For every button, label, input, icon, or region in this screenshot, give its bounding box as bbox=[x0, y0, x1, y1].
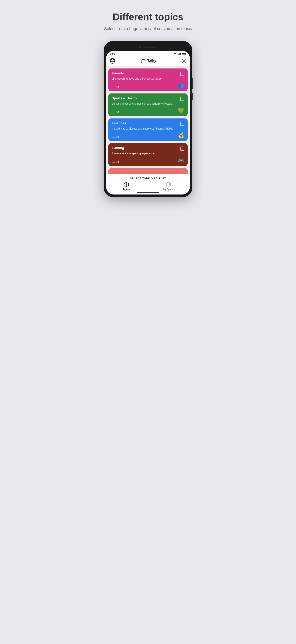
svg-rect-1 bbox=[179, 54, 179, 55]
svg-rect-5 bbox=[186, 54, 186, 54]
svg-point-14 bbox=[167, 183, 169, 185]
phone-screen: 9:00 bbox=[106, 51, 190, 194]
topic-card-finances-header: Finances bbox=[112, 122, 184, 126]
topic-finances-title: Finances bbox=[112, 122, 126, 125]
speech-icon bbox=[112, 111, 115, 114]
topic-list: Friends Life, travelling, food and other… bbox=[106, 66, 190, 174]
topic-gaming-desc: Share about your gaming experience bbox=[112, 152, 184, 156]
topic-sports-checkbox[interactable] bbox=[180, 97, 184, 101]
svg-rect-0 bbox=[178, 54, 178, 55]
phone-notch bbox=[106, 44, 190, 51]
home-indicator bbox=[137, 192, 159, 193]
signal-icon bbox=[178, 52, 181, 55]
topic-card-friends[interactable]: Friends Life, travelling, food and other… bbox=[108, 68, 188, 91]
topic-finances-desc: A good way to discuss and share your fin… bbox=[112, 127, 184, 131]
svg-rect-11 bbox=[142, 60, 145, 63]
nav-tabs: Topics My Space bbox=[106, 182, 190, 190]
topic-sports-title: Sports & Health bbox=[112, 96, 137, 100]
topic-sports-footer: 50 💚 bbox=[112, 108, 184, 114]
svg-rect-3 bbox=[180, 52, 181, 55]
topic-gaming-footer: 30 🎮 bbox=[112, 157, 184, 164]
topic-sports-count: 50 bbox=[112, 111, 119, 114]
topic-card-sports-header: Sports & Health bbox=[112, 96, 184, 101]
phone-frame: 9:00 bbox=[104, 41, 192, 197]
svg-rect-6 bbox=[182, 53, 185, 54]
topic-sports-desc: Discuss about sports, nutrition and a he… bbox=[112, 102, 184, 106]
phone-button-right bbox=[192, 78, 193, 89]
topic-finances-emoji: 💰 bbox=[178, 132, 184, 138]
topic-gaming-count: 30 bbox=[112, 160, 119, 164]
topic-gaming-title: Gaming bbox=[112, 146, 124, 150]
topic-friends-desc: Life, travelling, food and other casual … bbox=[112, 77, 184, 81]
profile-icon[interactable] bbox=[110, 58, 116, 64]
speech-icon bbox=[112, 86, 115, 89]
topic-card-gaming[interactable]: Gaming Share about your gaming experienc… bbox=[108, 143, 188, 166]
topic-finances-count: 50 bbox=[112, 136, 119, 138]
battery-icon bbox=[182, 53, 186, 55]
tab-topics[interactable]: Topics bbox=[123, 182, 130, 190]
tab-myspace-label: My Space bbox=[163, 188, 173, 190]
app-bar: Talky games bbox=[106, 56, 190, 66]
svg-point-12 bbox=[183, 60, 185, 62]
status-icons bbox=[174, 52, 186, 55]
topic-friends-footer: 50 👥 bbox=[112, 82, 184, 89]
topic-gaming-emoji: 🎮 bbox=[178, 157, 184, 164]
logo-cards-icon bbox=[140, 58, 146, 64]
svg-rect-2 bbox=[180, 53, 180, 55]
phone-button-right2 bbox=[192, 93, 193, 100]
status-bar: 9:00 bbox=[106, 51, 190, 56]
hero-title: Different topics bbox=[113, 11, 183, 22]
topic-card-friends-header: Friends bbox=[112, 72, 184, 76]
phone-speaker bbox=[143, 47, 158, 48]
topic-sports-emoji: 💚 bbox=[178, 108, 184, 114]
topic-friends-checkbox[interactable] bbox=[180, 72, 184, 76]
topic-friends-title: Friends bbox=[112, 72, 124, 75]
topic-friends-count: 50 bbox=[112, 86, 119, 89]
speech-icon bbox=[112, 136, 115, 138]
phone-camera bbox=[138, 46, 141, 48]
settings-icon[interactable] bbox=[181, 58, 186, 64]
tab-myspace[interactable]: My Space bbox=[163, 182, 173, 190]
topic-gaming-checkbox[interactable] bbox=[180, 146, 184, 151]
topic-card-partial bbox=[108, 168, 188, 174]
page-wrapper: Different topics Select from a huge vari… bbox=[82, 8, 214, 197]
cube-icon bbox=[124, 182, 129, 187]
tab-topics-label: Topics bbox=[123, 188, 130, 190]
app-logo: Talky games bbox=[140, 58, 156, 64]
topic-friends-emoji: 👥 bbox=[178, 82, 184, 89]
topic-card-sports[interactable]: Sports & Health Discuss about sports, nu… bbox=[108, 94, 188, 116]
topic-finances-footer: 50 💰 bbox=[112, 132, 184, 138]
topic-card-gaming-header: Gaming bbox=[112, 146, 184, 151]
speech-icon bbox=[112, 160, 115, 164]
status-time: 9:00 bbox=[110, 52, 115, 55]
hero-subtitle: Select from a huge variety of conversati… bbox=[104, 26, 192, 32]
select-topics-label: SELECT TOPICS TO PLAY bbox=[106, 176, 190, 182]
wifi-icon bbox=[174, 52, 177, 55]
topic-card-finances[interactable]: Finances A good way to discuss and share… bbox=[108, 118, 188, 141]
person-icon bbox=[166, 182, 171, 187]
bottom-nav: SELECT TOPICS TO PLAY Topics bbox=[106, 174, 190, 194]
topic-finances-checkbox[interactable] bbox=[180, 122, 184, 126]
svg-point-8 bbox=[111, 59, 114, 62]
